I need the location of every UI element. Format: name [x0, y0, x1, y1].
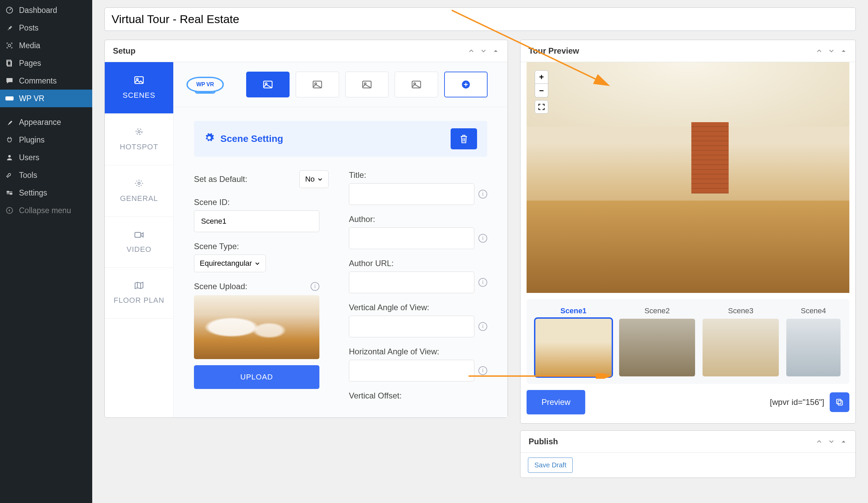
gear-icon — [135, 179, 143, 190]
info-icon[interactable]: i — [478, 234, 487, 243]
zoom-out-button[interactable]: − — [535, 84, 548, 98]
scene-id-label: Scene ID: — [194, 198, 329, 207]
author-url-input[interactable] — [349, 272, 474, 293]
vtab-floor-plan[interactable]: FLOOR PLAN — [105, 268, 173, 319]
wp-admin-sidebar: Dashboard Posts Media Pages Comments WP … — [0, 0, 92, 503]
title-label: Title: — [349, 170, 487, 180]
scene-tab-2[interactable] — [296, 72, 339, 98]
panel-collapse-icon[interactable] — [492, 47, 499, 55]
scene-thumb-2[interactable]: Scene2 — [619, 306, 695, 376]
panel-move-down-icon[interactable] — [828, 47, 835, 55]
author-url-label: Author URL: — [349, 259, 487, 268]
tour-preview-viewport[interactable]: + − — [527, 62, 849, 293]
copy-shortcode-button[interactable] — [830, 392, 849, 412]
panel-move-up-icon[interactable] — [815, 438, 823, 445]
svg-rect-25 — [836, 399, 841, 404]
sidebar-item-posts[interactable]: Posts — [0, 19, 92, 37]
author-input[interactable] — [349, 228, 474, 249]
haov-input[interactable] — [349, 360, 474, 382]
sidebar-item-media[interactable]: Media — [0, 37, 92, 54]
svg-point-12 — [136, 129, 142, 134]
sidebar-item-label: Tools — [19, 171, 37, 180]
svg-rect-24 — [838, 401, 843, 405]
zoom-in-button[interactable]: + — [535, 70, 548, 84]
sidebar-item-settings[interactable]: Settings — [0, 184, 92, 202]
panel-move-down-icon[interactable] — [828, 438, 835, 445]
comments-icon — [5, 76, 14, 85]
save-draft-button[interactable]: Save Draft — [528, 457, 573, 473]
fullscreen-button[interactable] — [535, 100, 548, 114]
scene-tab-add[interactable] — [444, 72, 488, 98]
info-icon[interactable]: i — [478, 366, 487, 375]
delete-scene-button[interactable] — [451, 128, 477, 149]
sidebar-item-label: WP VR — [19, 94, 44, 103]
media-icon — [5, 41, 14, 50]
info-icon[interactable]: i — [311, 282, 319, 291]
svg-rect-14 — [135, 232, 141, 238]
panel-move-up-icon[interactable] — [815, 47, 823, 55]
sidebar-item-pages[interactable]: Pages — [0, 54, 92, 72]
author-label: Author: — [349, 214, 487, 224]
haov-label: Horizontal Angle of View: — [349, 347, 487, 356]
publish-panel-title: Publish — [529, 437, 558, 446]
vaov-label: Vertical Angle of View: — [349, 303, 487, 312]
info-icon[interactable]: i — [478, 190, 487, 199]
sidebar-item-tools[interactable]: Tools — [0, 166, 92, 184]
vtab-general[interactable]: GENERAL — [105, 165, 173, 217]
wpvr-logo: WP VR — [186, 77, 224, 92]
scene-setting-title: Scene Setting — [220, 133, 283, 144]
scene-thumb-1[interactable]: Scene1 — [535, 306, 612, 376]
panel-move-down-icon[interactable] — [480, 47, 487, 55]
collapse-icon — [5, 206, 14, 215]
info-icon[interactable]: i — [478, 278, 487, 287]
users-icon — [5, 153, 14, 162]
scene-thumb-4[interactable]: Scene4 — [786, 306, 840, 376]
set-default-label: Set as Default: — [194, 174, 247, 184]
scene-type-select[interactable]: Equirectangular — [194, 254, 266, 272]
scene-tab-4[interactable] — [395, 72, 438, 98]
svg-point-11 — [138, 131, 141, 133]
vtab-hotspot[interactable]: HOTSPOT — [105, 114, 173, 165]
sidebar-item-users[interactable]: Users — [0, 149, 92, 166]
vtab-label: SCENES — [123, 91, 155, 100]
scene-tab-3[interactable] — [345, 72, 389, 98]
sidebar-item-appearance[interactable]: Appearance — [0, 113, 92, 131]
brush-icon — [5, 118, 14, 127]
sidebar-item-plugins[interactable]: Plugins — [0, 131, 92, 149]
sidebar-item-comments[interactable]: Comments — [0, 72, 92, 90]
tour-title-input[interactable] — [104, 8, 856, 31]
preview-button[interactable]: Preview — [527, 390, 585, 414]
panel-move-up-icon[interactable] — [467, 47, 475, 55]
vtab-label: FLOOR PLAN — [114, 296, 164, 305]
vtab-scenes[interactable]: SCENES — [105, 62, 173, 114]
panel-collapse-icon[interactable] — [840, 47, 847, 55]
scene-tab-1[interactable] — [246, 72, 290, 98]
setup-panel-title: Setup — [113, 46, 136, 56]
scene-id-input[interactable] — [194, 210, 319, 232]
sidebar-item-dashboard[interactable]: Dashboard — [0, 1, 92, 19]
scene-type-label: Scene Type: — [194, 242, 329, 251]
video-icon — [134, 230, 144, 241]
sidebar-item-collapse[interactable]: Collapse menu — [0, 202, 92, 219]
dashboard-icon — [5, 6, 14, 15]
main-content: Setup SCENES — [92, 0, 868, 503]
sidebar-item-label: Comments — [19, 77, 56, 85]
set-default-select[interactable]: No — [299, 170, 329, 188]
vtab-video[interactable]: VIDEO — [105, 217, 173, 268]
shortcode-text: [wpvr id="156"] — [770, 398, 824, 407]
vaov-input[interactable] — [349, 316, 474, 338]
scene-thumb-3[interactable]: Scene3 — [703, 306, 779, 376]
panel-collapse-icon[interactable] — [840, 438, 847, 445]
sidebar-item-label: Plugins — [19, 135, 44, 144]
pages-icon — [5, 58, 14, 68]
pin-icon — [5, 23, 14, 33]
info-icon[interactable]: i — [478, 322, 487, 331]
plug-icon — [5, 135, 14, 144]
sidebar-item-label: Pages — [19, 59, 41, 68]
upload-button[interactable]: UPLOAD — [194, 365, 319, 389]
tour-preview-title: Tour Preview — [529, 46, 579, 56]
svg-point-5 — [8, 155, 11, 158]
title-input[interactable] — [349, 183, 474, 205]
sidebar-item-wpvr[interactable]: WP VR — [0, 90, 92, 107]
svg-rect-4 — [6, 97, 13, 100]
